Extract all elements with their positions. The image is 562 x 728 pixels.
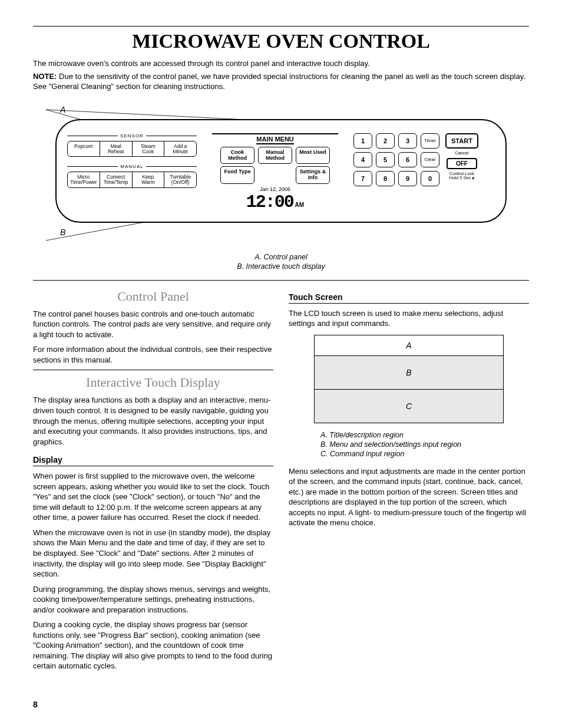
sensor-btn-popcorn: Popcorn [68,141,100,157]
ts-cap-c: C. Command input region [320,449,529,459]
intro-p2-text: Due to the sensitivity of the control pa… [33,72,525,91]
manual-btn-turntable: Turntable(On/Off) [164,172,196,187]
key-1: 1 [353,133,372,149]
menu-cook-method: CookMethod [220,147,254,164]
sensor-legend: SENSOR [118,133,146,139]
heading-itd: Interactive Touch Display [33,375,273,390]
intro-block: The microwave oven's controls are access… [33,58,529,92]
ts-p1: The LCD touch screen is used to make men… [289,308,529,329]
display-clock: 12:00 [246,192,293,212]
key-4: 4 [353,152,372,167]
note-label: NOTE: [33,72,57,81]
keypad-block: 1 2 3 Timer 4 5 6 Clear 7 8 9 0 ST [353,133,495,186]
sensor-group: SENSOR Popcorn MealReheat SteamCook Add … [67,133,197,157]
key-0: 0 [421,171,439,186]
cp-p2: For more information about the individua… [33,344,273,365]
ts-p2: Menu selections and input adjustments ar… [289,466,529,528]
menu-settings-info: Settings &Info [296,166,330,184]
subhead-touch-screen: Touch Screen [289,292,529,302]
cancel-label: Cancel [455,151,468,156]
ts-region-b: B [315,356,503,390]
start-button: START [445,133,478,149]
menu-most-used: Most Used [296,147,330,164]
top-rule [33,26,529,27]
diagram-label-a: A [55,105,507,114]
d-p2: When the microwave oven is not in use (i… [33,528,273,579]
section-rule [33,280,529,281]
ts-cap-b: B. Menu and selection/settings input reg… [320,440,529,449]
ts-region-c: C [315,390,503,423]
caption-b: B. Interactive touch display [33,262,529,271]
ts-caption: A. Title/description region B. Menu and … [320,430,529,459]
page-title: MICROWAVE OVEN CONTROL [33,30,529,52]
control-panel-diagram: SENSOR Popcorn MealReheat SteamCook Add … [55,119,507,223]
heading-control-panel: Control Panel [33,289,273,304]
key-8: 8 [376,171,395,186]
caption-a: A. Control panel [33,252,529,262]
keypad-grid: 1 2 3 Timer 4 5 6 Clear 7 8 9 0 [353,133,439,186]
diagram-wrapper: A SENSOR Popcorn MealReheat SteamCook Ad… [33,105,529,238]
manual-btn-keep-warm: KeepWarm [133,172,165,187]
side-column: START Cancel OFF Control LockHold 5 Sec [445,133,478,186]
key-6: 6 [398,152,417,167]
display-date: Jan 12, 2006 [207,186,343,192]
subhead-display: Display [33,455,273,465]
two-column-layout: Control Panel The control panel houses b… [33,284,529,676]
key-timer: Timer [421,133,439,149]
ts-rule [289,303,529,304]
off-button: OFF [447,158,477,169]
ts-region-a: A [315,335,503,356]
manual-group: MANUAL MicroTime/Power ConvectTime/Temp … [67,164,197,188]
touch-screen-diagram: A B C [314,335,504,423]
key-clear: Clear [421,152,439,167]
intro-p1: The microwave oven's controls are access… [33,58,529,69]
key-3: 3 [398,133,417,149]
itd-p1: The display area functions as both a dis… [33,395,273,447]
left-column: Control Panel The control panel houses b… [33,284,273,676]
menu-manual-method: ManualMethod [258,147,292,164]
d-p3: During programming, the display shows me… [33,584,273,615]
menu-spacer [258,166,292,184]
manual-btn-convect: ConvectTime/Temp [100,172,133,187]
diagram-caption: A. Control panel B. Interactive touch di… [33,252,529,272]
d-p1: When power is first supplied to the micr… [33,471,273,523]
sensor-btn-add-minute: Add aMinute [164,141,196,157]
intro-p2: NOTE: Due to the sensitivity of the cont… [33,71,529,92]
control-lock-label: Control LockHold 5 Sec [449,172,474,181]
key-5: 5 [376,152,395,167]
menu-food-type: Food Type [220,166,254,184]
left-button-block: SENSOR Popcorn MealReheat SteamCook Add … [67,133,197,196]
key-2: 2 [376,133,395,149]
key-7: 7 [353,171,372,186]
display-ampm: AM [295,202,305,208]
key-9: 9 [398,171,417,186]
sensor-btn-meal-reheat: MealReheat [100,141,133,157]
main-menu-label: MAIN MENU [256,136,294,144]
manual-legend: MANUAL [118,164,146,169]
sensor-btn-steam-cook: SteamCook [133,141,165,157]
center-display-block: MAIN MENU CookMethod ManualMethod Most U… [207,133,343,213]
d-p4: During a cooking cycle, the display show… [33,620,273,671]
display-rule [33,466,273,466]
cp-p1: The control panel houses basic controls … [33,309,273,340]
cp-rule [33,370,273,370]
manual-btn-micro: MicroTime/Power [68,172,100,187]
diagram-label-b: B [55,228,507,237]
page-number: 8 [33,700,529,709]
ts-cap-a: A. Title/description region [320,430,529,440]
right-column: Touch Screen The LCD touch screen is use… [289,284,529,676]
